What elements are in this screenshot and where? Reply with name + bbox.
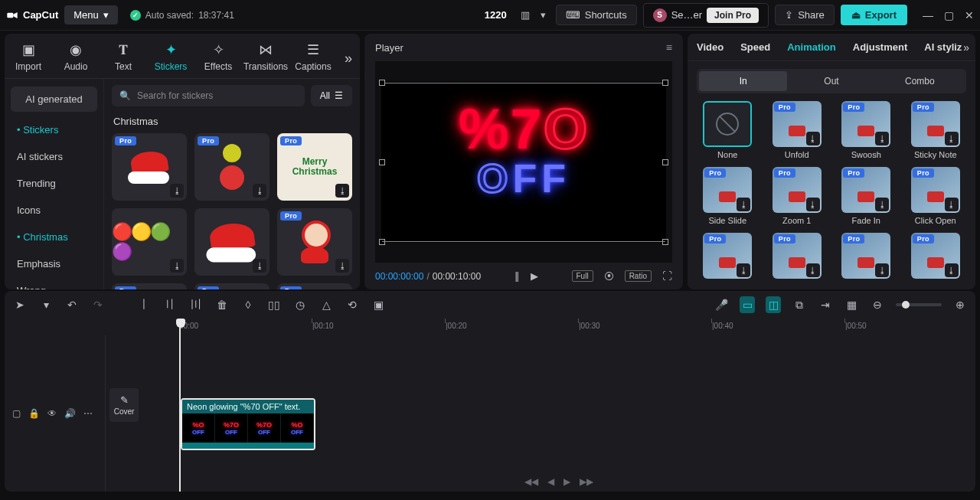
sticker-card[interactable]: Pro⭳ [277, 208, 352, 276]
marker-icon[interactable]: ◊ [240, 299, 256, 311]
animation-item-8[interactable]: Pro⭳ [697, 233, 759, 279]
download-icon[interactable]: ⭳ [875, 132, 889, 145]
more-icon[interactable]: ⋯ [83, 408, 93, 419]
animation-zoom-1[interactable]: Pro⭳Zoom 1 [766, 167, 828, 225]
menu-button[interactable]: Menu▾ [64, 5, 118, 25]
profile-button[interactable]: S Se…er Join Pro [643, 3, 769, 28]
rotate-icon[interactable]: ⟲ [345, 299, 360, 311]
export-button[interactable]: ⏏ Export [841, 5, 907, 25]
undo-icon[interactable]: ↶ [64, 299, 80, 311]
segment-combo[interactable]: Combo [876, 71, 964, 91]
timeline-pager[interactable]: ◀◀◀▶▶▶ [524, 476, 593, 487]
animation-fade-in[interactable]: Pro⭳Fade In [835, 167, 897, 225]
track-toggle-icon[interactable]: ▢ [12, 408, 21, 419]
trim-right-icon[interactable]: 〣 [188, 298, 204, 312]
animation-sticky-note[interactable]: Pro⭳Sticky Note [905, 101, 967, 159]
download-icon[interactable]: ⭳ [945, 198, 959, 211]
tab-import[interactable]: ▣Import [5, 38, 52, 78]
download-icon[interactable]: ⭳ [875, 263, 889, 277]
zoom-slider[interactable] [896, 303, 942, 306]
download-icon[interactable]: ⭳ [945, 132, 959, 145]
mic-icon[interactable]: 🎤 [714, 299, 729, 311]
tab-transitions[interactable]: ⋈Transitions [242, 38, 289, 78]
sticker-card[interactable]: Pro [112, 283, 187, 289]
fullscreen-icon[interactable]: ⛶ [662, 270, 672, 282]
tab-stickers[interactable]: ✦Stickers [147, 38, 194, 78]
join-pro-button[interactable]: Join Pro [707, 8, 759, 23]
copy-icon[interactable]: ▯▯ [266, 299, 282, 311]
sidebar-item-emphasis[interactable]: Emphasis [5, 250, 103, 277]
tab-text[interactable]: 𝐓Text [100, 39, 147, 78]
eye-icon[interactable]: 👁 [47, 408, 57, 419]
player-menu-icon[interactable]: ≡ [666, 41, 672, 54]
download-icon[interactable]: ⭳ [806, 198, 820, 211]
preview-toggle-icon[interactable]: ▦ [844, 299, 859, 311]
segment-in[interactable]: In [699, 71, 787, 91]
speed-icon[interactable]: ◷ [292, 299, 308, 311]
sticker-card[interactable]: Pro [277, 283, 352, 289]
tab-video[interactable]: Video [697, 41, 724, 53]
animation-item-9[interactable]: Pro⭳ [766, 233, 828, 279]
sidebar-item-trending[interactable]: Trending [5, 170, 103, 197]
download-icon[interactable]: ⭳ [253, 259, 266, 273]
sidebar-item-ai-generated[interactable]: AI generated [11, 87, 97, 112]
download-icon[interactable]: ⭳ [335, 259, 349, 273]
animation-item-10[interactable]: Pro⭳ [835, 233, 897, 279]
lock-icon[interactable]: 🔒 [28, 408, 40, 419]
delete-icon[interactable]: 🗑 [214, 299, 230, 311]
segment-out[interactable]: Out [787, 71, 875, 91]
mute-icon[interactable]: 🔊 [64, 408, 76, 419]
timeline-tracks[interactable]: 00:00|00:10|00:20|00:30|00:40|00:50|01:0… [142, 319, 975, 492]
video-clip[interactable]: Neon glowing "%70 OFF" text. %OOFF %7OOF… [181, 398, 315, 450]
pointer-icon[interactable]: ➤ [12, 299, 28, 311]
tab-ai-styliz[interactable]: AI styliz [924, 41, 962, 53]
zoom-out-icon[interactable]: ⊖ [870, 299, 885, 311]
tabs-more-icon[interactable]: » [337, 51, 360, 67]
minimize-icon[interactable]: — [923, 9, 933, 21]
layout-icon[interactable]: ▥ [519, 9, 531, 21]
download-icon[interactable]: ⭳ [945, 263, 959, 277]
tab-audio[interactable]: ◉Audio [52, 38, 100, 78]
download-icon[interactable]: ⭳ [875, 198, 889, 211]
download-icon[interactable]: ⭳ [170, 259, 184, 273]
download-icon[interactable]: ⭳ [806, 263, 820, 277]
shortcuts-button[interactable]: ⌨ Shortcuts [556, 5, 637, 25]
sidebar-item-ai-stickers[interactable]: AI stickers [5, 143, 103, 170]
close-icon[interactable]: ✕ [965, 9, 974, 21]
dropdown-icon[interactable]: ▾ [38, 299, 54, 311]
animation-item-11[interactable]: Pro⭳ [905, 233, 967, 279]
sticker-card[interactable]: Pro⭳ [112, 133, 187, 201]
tab-effects[interactable]: ✧Effects [194, 38, 242, 78]
sticker-card[interactable]: Pro [194, 283, 270, 289]
download-icon[interactable]: ⭳ [737, 263, 750, 277]
full-button[interactable]: Full [572, 270, 593, 282]
sticker-card[interactable]: Pro⭳ [194, 133, 270, 201]
download-icon[interactable]: ⭳ [170, 184, 184, 198]
search-input[interactable]: 🔍 Search for stickers [112, 85, 305, 106]
sidebar-item-stickers[interactable]: Stickers [5, 116, 103, 143]
crop-icon[interactable]: ⦿ [604, 270, 614, 282]
filter-all-button[interactable]: All☰ [311, 85, 352, 106]
dropdown-icon[interactable]: ▾ [537, 9, 550, 21]
align-icon[interactable]: ⇥ [818, 299, 833, 311]
preview-canvas[interactable]: %7O OFF [375, 61, 672, 263]
download-icon[interactable]: ⭳ [335, 184, 349, 198]
mirror-icon[interactable]: △ [318, 299, 334, 311]
redo-icon[interactable]: ↷ [90, 299, 106, 311]
sidebar-item-wrong[interactable]: Wrong [5, 277, 103, 289]
tab-animation[interactable]: Animation [787, 41, 836, 53]
play-icon[interactable]: ▶ [531, 270, 538, 282]
zoom-in-icon[interactable]: ⊕ [952, 299, 968, 311]
snap-on-icon[interactable]: ◫ [766, 296, 781, 313]
cover-button[interactable]: ✎ Cover [109, 388, 139, 422]
trim-left-icon[interactable]: 〢 [162, 298, 178, 312]
split-icon[interactable]: 〡 [136, 298, 152, 312]
animation-click-open[interactable]: Pro⭳Click Open [905, 167, 967, 225]
animation-swoosh[interactable]: Pro⭳Swoosh [835, 101, 897, 159]
crop-tool-icon[interactable]: ▣ [371, 299, 386, 311]
tab-adjustment[interactable]: Adjustment [853, 41, 908, 53]
share-button[interactable]: ⇪ Share [775, 5, 835, 25]
download-icon[interactable]: ⭳ [253, 184, 266, 198]
tab-speed[interactable]: Speed [740, 41, 770, 53]
maximize-icon[interactable]: ▢ [944, 9, 954, 21]
